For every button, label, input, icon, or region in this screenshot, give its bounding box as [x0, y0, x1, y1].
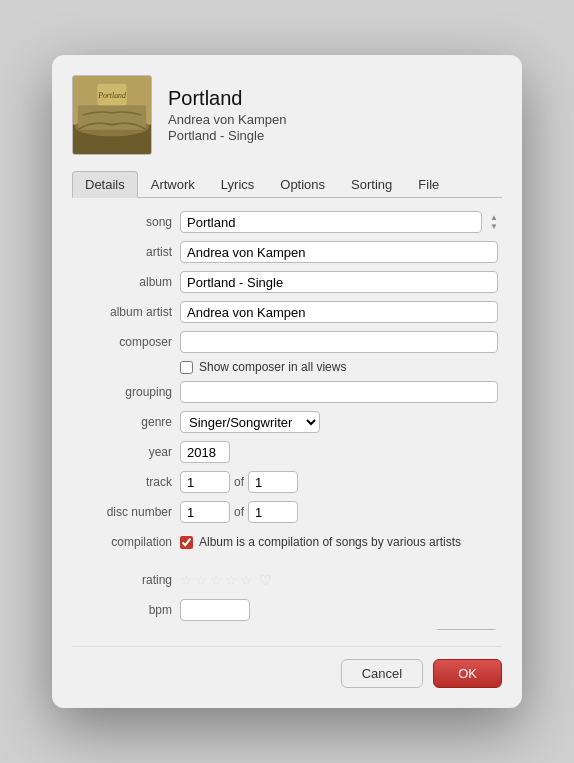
svg-text:Portland: Portland: [97, 91, 126, 100]
star-5[interactable]: ☆: [240, 572, 253, 588]
genre-select[interactable]: Singer/Songwriter Pop Rock Country Folk …: [180, 411, 320, 433]
star-rating[interactable]: ☆ ☆ ☆ ☆ ☆ ♡: [180, 572, 272, 588]
show-composer-label: Show composer in all views: [199, 360, 346, 374]
grouping-row: grouping: [72, 380, 498, 404]
form-body: song ▲ ▼ artist album album artist: [72, 210, 502, 630]
album-input[interactable]: [180, 271, 498, 293]
star-3[interactable]: ☆: [210, 572, 223, 588]
heart-icon[interactable]: ♡: [259, 572, 272, 588]
svg-rect-3: [78, 105, 146, 129]
composer-input[interactable]: [180, 331, 498, 353]
compilation-text: Album is a compilation of songs by vario…: [199, 535, 461, 549]
composer-label: composer: [72, 335, 172, 349]
sort-arrows[interactable]: ▲ ▼: [490, 213, 498, 231]
disc-label: disc number: [72, 505, 172, 519]
album-label: album: [72, 275, 172, 289]
album-art: Portland: [72, 75, 152, 155]
star-2[interactable]: ☆: [195, 572, 208, 588]
disc-row: disc number of: [72, 500, 498, 524]
play-count-row: play count 0 Reset: [72, 628, 498, 630]
artist-row: artist: [72, 240, 498, 264]
cancel-button[interactable]: Cancel: [341, 659, 423, 688]
rating-label: rating: [72, 573, 172, 587]
tab-artwork[interactable]: Artwork: [138, 171, 208, 197]
bpm-label: bpm: [72, 603, 172, 617]
compilation-checkbox[interactable]: [180, 536, 193, 549]
song-row: song ▲ ▼: [72, 210, 498, 234]
show-composer-row: Show composer in all views: [72, 360, 498, 374]
genre-label: genre: [72, 415, 172, 429]
header: Portland Portland Andrea von Kampen Port…: [72, 75, 502, 155]
tab-bar: Details Artwork Lyrics Options Sorting F…: [72, 171, 502, 198]
artist-label: artist: [72, 245, 172, 259]
bpm-input[interactable]: [180, 599, 250, 621]
disc-of-label: of: [234, 505, 244, 519]
album-artist-row: album artist: [72, 300, 498, 324]
star-1[interactable]: ☆: [180, 572, 193, 588]
track-row: track of: [72, 470, 498, 494]
year-input[interactable]: [180, 441, 230, 463]
year-row: year: [72, 440, 498, 464]
year-label: year: [72, 445, 172, 459]
show-composer-checkbox[interactable]: [180, 361, 193, 374]
header-song-title: Portland: [168, 87, 502, 110]
album-artist-label: album artist: [72, 305, 172, 319]
artist-input[interactable]: [180, 241, 498, 263]
header-album: Portland - Single: [168, 128, 502, 143]
header-artist: Andrea von Kampen: [168, 112, 502, 127]
album-artist-input[interactable]: [180, 301, 498, 323]
track-of-input[interactable]: [248, 471, 298, 493]
track-input[interactable]: [180, 471, 230, 493]
tab-details[interactable]: Details: [72, 171, 138, 198]
header-info: Portland Andrea von Kampen Portland - Si…: [168, 87, 502, 143]
tab-sorting[interactable]: Sorting: [338, 171, 405, 197]
composer-row: composer: [72, 330, 498, 354]
reset-button[interactable]: Reset: [434, 629, 498, 630]
bpm-row: bpm: [72, 598, 498, 622]
disc-input[interactable]: [180, 501, 230, 523]
compilation-row: compilation Album is a compilation of so…: [72, 530, 498, 554]
song-label: song: [72, 215, 172, 229]
tab-lyrics[interactable]: Lyrics: [208, 171, 267, 197]
grouping-label: grouping: [72, 385, 172, 399]
star-4[interactable]: ☆: [225, 572, 238, 588]
ok-button[interactable]: OK: [433, 659, 502, 688]
grouping-input[interactable]: [180, 381, 498, 403]
disc-of-input[interactable]: [248, 501, 298, 523]
tab-file[interactable]: File: [405, 171, 452, 197]
genre-row: genre Singer/Songwriter Pop Rock Country…: [72, 410, 498, 434]
compilation-label: compilation: [72, 535, 172, 549]
rating-row: rating ☆ ☆ ☆ ☆ ☆ ♡: [72, 568, 498, 592]
track-of-label: of: [234, 475, 244, 489]
album-row: album: [72, 270, 498, 294]
footer: Cancel OK: [72, 646, 502, 688]
track-label: track: [72, 475, 172, 489]
tab-options[interactable]: Options: [267, 171, 338, 197]
song-input[interactable]: [180, 211, 482, 233]
main-dialog: Portland Portland Andrea von Kampen Port…: [52, 55, 522, 708]
